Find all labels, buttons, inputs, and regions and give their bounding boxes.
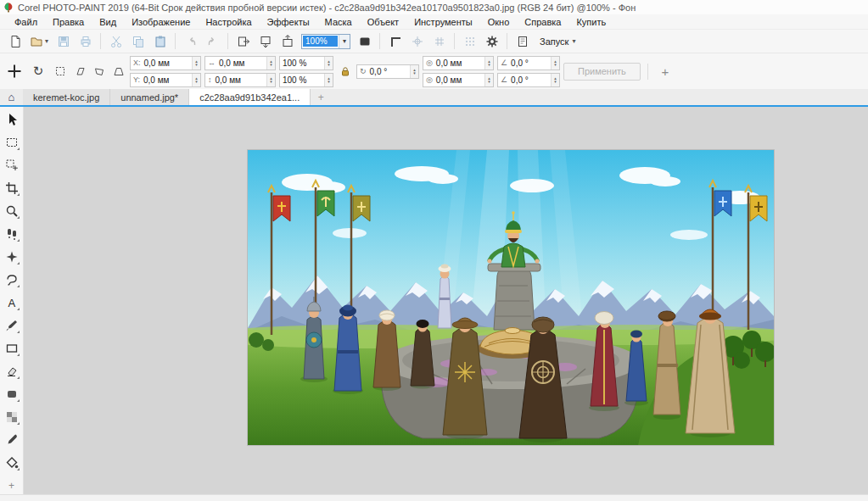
scale-x-value[interactable]: 100 %	[281, 58, 324, 68]
perspective-mode-button[interactable]	[110, 64, 126, 80]
export-button[interactable]	[255, 31, 276, 51]
rectangle-shape-tool-button[interactable]	[3, 340, 20, 357]
cut-button[interactable]	[105, 31, 126, 51]
scale-y-spinner[interactable]: ▴▾	[324, 74, 333, 86]
width-value[interactable]: 0,0 мм	[217, 58, 266, 68]
menu-edit[interactable]: Правка	[45, 16, 92, 28]
y-value[interactable]: 0,0 мм	[142, 75, 192, 85]
zoom-tool-button[interactable]	[3, 203, 20, 220]
spin-down-icon[interactable]: ▾	[413, 71, 416, 75]
menu-view[interactable]: Вид	[92, 16, 124, 28]
center-y-spinner[interactable]: ▴▾	[484, 74, 493, 86]
spin-down-icon[interactable]: ▾	[488, 80, 490, 83]
distort-mode-button[interactable]	[91, 64, 107, 80]
zoom-dropdown-icon[interactable]: ▾	[339, 35, 350, 48]
x-spinner[interactable]: ▴▾	[192, 57, 200, 70]
menu-file[interactable]: Файл	[7, 16, 45, 28]
eyedropper-tool-button[interactable]	[3, 431, 20, 448]
open-dropdown-icon[interactable]: ▾	[45, 37, 48, 45]
menu-image[interactable]: Изображение	[124, 16, 198, 28]
launch-dropdown-icon[interactable]: ▾	[572, 37, 575, 45]
center-x-value[interactable]: 0,0 мм	[434, 58, 484, 68]
rectangle-mask-tool-button[interactable]	[3, 134, 20, 151]
height-spinner[interactable]: ▴▾	[266, 74, 275, 86]
canvas-area[interactable]	[24, 107, 868, 494]
position-mode-button[interactable]	[4, 61, 25, 81]
tab-unnamed[interactable]: unnamed.jpg*	[110, 89, 189, 105]
width-field[interactable]: ↔ 0,0 мм ▴▾	[204, 56, 276, 70]
rulers-button[interactable]	[384, 31, 406, 51]
publish-button[interactable]	[277, 31, 298, 51]
skew-y-value[interactable]: 0,0 °	[509, 75, 551, 85]
rotate-mode-button[interactable]: ↻	[28, 61, 48, 81]
effect-tool-button[interactable]	[3, 248, 20, 265]
menu-mask[interactable]: Маска	[317, 16, 360, 28]
apply-button[interactable]: Применить	[563, 63, 641, 81]
spin-down-icon[interactable]: ▾	[195, 80, 198, 83]
eraser-tool-button[interactable]	[3, 363, 20, 380]
lock-ratio-button[interactable]	[337, 64, 353, 80]
menu-effects[interactable]: Эффекты	[260, 16, 317, 28]
macro-manager-button[interactable]	[512, 31, 533, 51]
rotation-spinner[interactable]: ▴▾	[410, 65, 418, 78]
fullscreen-preview-button[interactable]	[354, 31, 375, 51]
height-value[interactable]: 0,0 мм	[214, 75, 267, 85]
center-y-field[interactable]: ◎ 0,0 мм ▴▾	[423, 73, 494, 87]
spin-down-icon[interactable]: ▾	[328, 80, 330, 83]
spin-down-icon[interactable]: ▾	[554, 80, 557, 83]
skew-x-value[interactable]: 0,0 °	[509, 58, 551, 68]
add-propbar-item-button[interactable]: +	[655, 61, 675, 81]
menu-help[interactable]: Справка	[517, 16, 568, 28]
welcome-home-button[interactable]: ⌂	[0, 89, 23, 105]
menu-buy[interactable]: Купить	[568, 16, 613, 28]
scale-x-field[interactable]: 100 % ▴▾	[279, 56, 333, 70]
new-tab-button[interactable]: +	[311, 89, 331, 105]
scale-x-spinner[interactable]: ▴▾	[324, 57, 333, 70]
zoom-level-value[interactable]: 100%	[303, 36, 338, 47]
import-button[interactable]	[232, 31, 254, 51]
skew-x-spinner[interactable]: ▴▾	[551, 57, 559, 70]
center-y-value[interactable]: 0,0 мм	[434, 75, 484, 85]
menu-adjust[interactable]: Настройка	[198, 16, 259, 28]
customize-toolbox-button[interactable]: +	[3, 477, 20, 494]
spin-down-icon[interactable]: ▾	[488, 63, 490, 66]
launch-button[interactable]: Запуск ▾	[534, 35, 581, 48]
spin-down-icon[interactable]: ▾	[195, 63, 198, 66]
clone-tool-button[interactable]	[3, 225, 20, 242]
undo-button[interactable]	[180, 31, 201, 51]
text-tool-button[interactable]: A	[3, 294, 20, 311]
menu-object[interactable]: Объект	[360, 16, 406, 28]
spin-down-icon[interactable]: ▾	[270, 80, 272, 83]
skew-y-field[interactable]: ∠ 0,0 ° ▴▾	[497, 73, 560, 87]
paste-button[interactable]	[149, 31, 171, 51]
guidelines-button[interactable]	[459, 31, 480, 51]
scale-y-field[interactable]: 100 % ▴▾	[279, 73, 333, 87]
center-x-spinner[interactable]: ▴▾	[484, 57, 493, 70]
spin-down-icon[interactable]: ▾	[270, 63, 272, 66]
scale-mode-button[interactable]	[52, 64, 68, 80]
spin-down-icon[interactable]: ▾	[328, 63, 330, 66]
zoom-level-combobox[interactable]: 100% ▾	[301, 34, 350, 49]
lasso-mask-tool-button[interactable]	[3, 271, 20, 288]
y-position-field[interactable]: Y: 0,0 мм ▴▾	[130, 73, 201, 87]
tab-c2c28aa-active[interactable]: c2c28aa9d91b342ea1...	[189, 89, 311, 105]
x-position-field[interactable]: X: 0,0 мм ▴▾	[130, 56, 201, 70]
object-transparency-tool-button[interactable]	[3, 386, 20, 403]
print-button[interactable]	[75, 31, 96, 51]
skew-y-spinner[interactable]: ▴▾	[551, 74, 559, 86]
menu-window[interactable]: Окно	[480, 16, 518, 28]
tab-keremet-koc[interactable]: keremet-koc.jpg	[23, 89, 110, 105]
new-image-button[interactable]	[4, 31, 25, 51]
options-button[interactable]	[481, 31, 502, 51]
open-button[interactable]: ▾	[26, 31, 52, 51]
save-button[interactable]	[53, 31, 74, 51]
rotation-angle-value[interactable]: 0,0 °	[368, 67, 410, 76]
y-spinner[interactable]: ▴▾	[192, 74, 200, 86]
paint-tool-button[interactable]	[3, 317, 20, 334]
document-canvas-image[interactable]	[248, 150, 774, 445]
skew-mode-button[interactable]	[71, 64, 87, 80]
skew-x-field[interactable]: ∠ 0,0 ° ▴▾	[497, 56, 560, 70]
height-field[interactable]: ↕ 0,0 мм ▴▾	[204, 73, 276, 87]
menu-tools[interactable]: Инструменты	[406, 16, 480, 28]
crop-tool-button[interactable]	[3, 180, 20, 197]
